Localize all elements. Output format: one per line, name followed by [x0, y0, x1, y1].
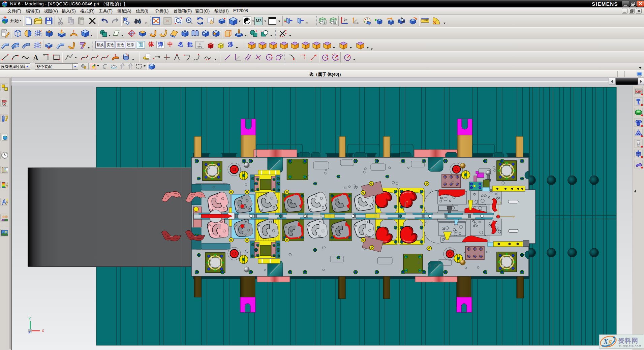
svg-text:ZL.XS1616.COM: ZL.XS1616.COM — [619, 345, 641, 348]
svg-text:X: X — [320, 214, 322, 218]
svg-text:Z: Z — [28, 331, 31, 335]
svg-text:Y: Y — [499, 201, 502, 205]
svg-text:X: X — [603, 338, 608, 345]
svg-text:Y: Y — [303, 200, 306, 203]
svg-text:Y: Y — [29, 317, 31, 321]
svg-text:X: X — [512, 215, 515, 219]
svg-text:X: X — [42, 329, 44, 333]
svg-text:KEY: KEY — [636, 90, 642, 93]
svg-text:S: S — [608, 339, 612, 346]
svg-text:资料网: 资料网 — [618, 337, 638, 344]
svg-text:Y: Y — [406, 200, 408, 204]
